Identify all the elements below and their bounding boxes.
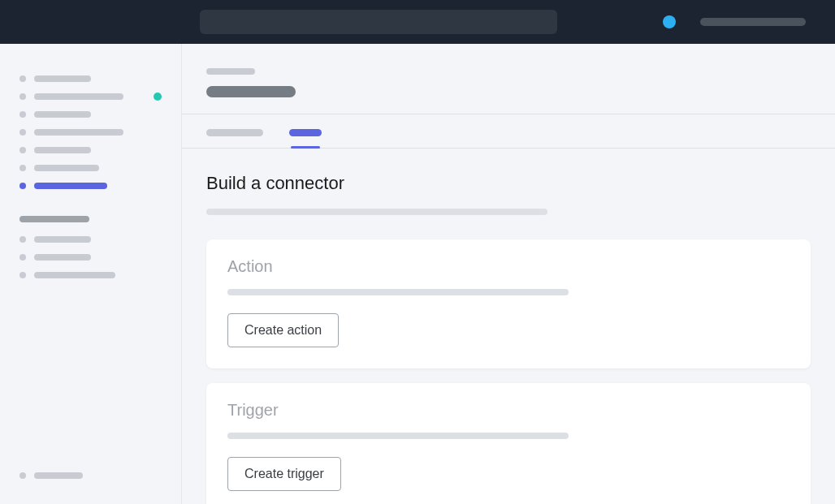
tab[interactable] bbox=[206, 129, 263, 148]
sidebar-item[interactable] bbox=[0, 88, 181, 106]
notification-indicator[interactable] bbox=[663, 15, 676, 28]
sidebar-item-label bbox=[34, 183, 107, 189]
page-description bbox=[206, 209, 547, 215]
sidebar-item-label bbox=[34, 147, 91, 153]
action-card: Action Create action bbox=[206, 239, 811, 368]
sidebar-item-label bbox=[34, 129, 123, 136]
bullet-icon bbox=[19, 165, 26, 171]
sidebar-item[interactable] bbox=[0, 141, 181, 159]
bullet-icon bbox=[19, 93, 26, 100]
user-menu[interactable] bbox=[700, 18, 806, 26]
sidebar-item-label bbox=[34, 165, 99, 171]
header-title bbox=[206, 86, 296, 97]
bullet-icon bbox=[19, 129, 26, 136]
create-action-button[interactable]: Create action bbox=[227, 313, 339, 347]
bullet-icon bbox=[19, 254, 26, 261]
sidebar-item-active[interactable] bbox=[0, 177, 181, 195]
search-input[interactable] bbox=[200, 10, 557, 34]
sidebar-item[interactable] bbox=[0, 106, 181, 123]
sidebar-item[interactable] bbox=[0, 123, 181, 141]
bullet-icon bbox=[19, 272, 26, 278]
page-title: Build a connector bbox=[206, 173, 811, 194]
tab-active[interactable] bbox=[289, 129, 322, 148]
create-trigger-button[interactable]: Create trigger bbox=[227, 457, 341, 491]
sidebar-item[interactable] bbox=[0, 230, 181, 248]
bullet-icon bbox=[19, 236, 26, 243]
sidebar-item-label bbox=[34, 75, 91, 82]
top-bar bbox=[0, 0, 835, 44]
trigger-card: Trigger Create trigger bbox=[206, 383, 811, 504]
sidebar-item-label bbox=[34, 254, 91, 261]
sidebar-item[interactable] bbox=[0, 266, 181, 284]
sidebar-item-label bbox=[34, 472, 83, 479]
sidebar-item[interactable] bbox=[0, 248, 181, 266]
bullet-icon bbox=[19, 183, 26, 189]
card-title: Action bbox=[227, 257, 790, 276]
sidebar-item[interactable] bbox=[0, 70, 181, 88]
sidebar-item-label bbox=[34, 236, 91, 243]
sidebar-item-label bbox=[34, 93, 123, 100]
tabs bbox=[182, 114, 835, 149]
sidebar bbox=[0, 44, 182, 504]
bullet-icon bbox=[19, 472, 26, 479]
bullet-icon bbox=[19, 147, 26, 153]
sidebar-section-header bbox=[0, 195, 181, 230]
main-content: Build a connector Action Create action T… bbox=[182, 44, 835, 504]
bullet-icon bbox=[19, 75, 26, 82]
card-title: Trigger bbox=[227, 401, 790, 420]
sidebar-item-label bbox=[34, 272, 115, 278]
bullet-icon bbox=[19, 111, 26, 118]
sidebar-item[interactable] bbox=[0, 159, 181, 177]
status-indicator-icon bbox=[154, 93, 162, 101]
card-description bbox=[227, 289, 569, 295]
card-description bbox=[227, 433, 569, 439]
sidebar-bottom-item[interactable] bbox=[0, 467, 181, 485]
page-header bbox=[182, 44, 835, 114]
sidebar-item-label bbox=[34, 111, 91, 118]
breadcrumb bbox=[206, 68, 255, 75]
